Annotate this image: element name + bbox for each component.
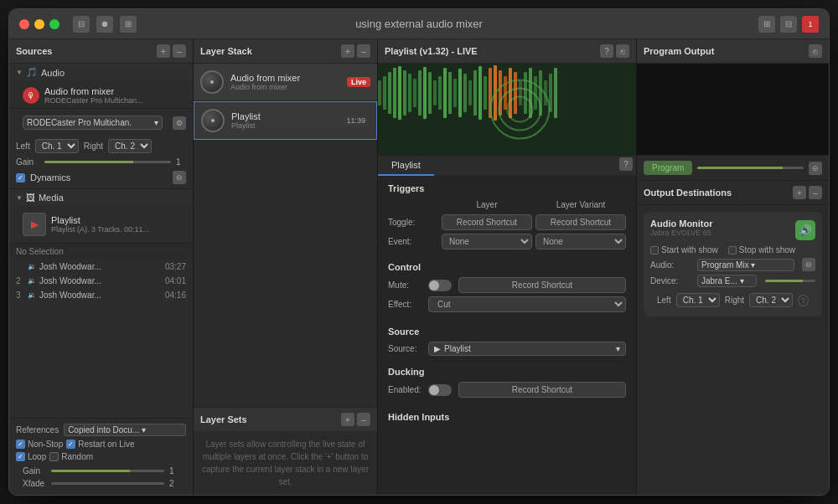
- sources-add-button[interactable]: +: [157, 44, 170, 58]
- toggle-layer-shortcut-button[interactable]: Record Shortcut: [442, 214, 532, 230]
- notification-icon[interactable]: 1: [802, 16, 819, 33]
- gain-bottom-label: Gain: [23, 466, 46, 476]
- ducking-shortcut-button[interactable]: Record Shortcut: [458, 382, 626, 398]
- restart-on-live-opt[interactable]: ✓ Restart on Live: [66, 440, 134, 449]
- playlist-help-button[interactable]: ?: [600, 44, 613, 58]
- track-item[interactable]: 🔉 Josh Woodwar... 03:27: [9, 260, 193, 274]
- random-opt[interactable]: Random: [49, 452, 93, 461]
- layer-sets-add-button[interactable]: +: [341, 413, 354, 426]
- record-icon[interactable]: ⏺: [96, 16, 113, 33]
- chevron-icon: ▾: [154, 118, 158, 127]
- am-right-select[interactable]: Ch. 2: [749, 293, 793, 307]
- restart-checkbox[interactable]: ✓: [66, 440, 75, 449]
- svg-rect-15: [448, 72, 452, 114]
- track-item[interactable]: 2 🔉 Josh Woodwar... 04:01: [9, 274, 193, 288]
- output-add-button[interactable]: +: [793, 186, 806, 199]
- sidebar-toggle-icon[interactable]: ⊟: [73, 16, 90, 33]
- layer-add-button[interactable]: +: [341, 44, 354, 58]
- event-variant-select[interactable]: None: [535, 234, 626, 249]
- ducking-toggle[interactable]: [428, 384, 452, 396]
- source-title: Source: [388, 327, 626, 337]
- layer-knob-audio[interactable]: [200, 70, 224, 94]
- source-select[interactable]: ▶ Playlist ▾: [428, 342, 626, 356]
- control-title: Control: [388, 262, 626, 272]
- layer-sets-remove-button[interactable]: –: [357, 413, 370, 426]
- effect-select[interactable]: Cut: [428, 296, 626, 312]
- program-button[interactable]: Program: [644, 161, 692, 175]
- non-stop-label: Non-Stop: [28, 440, 63, 449]
- track-dur: 04:16: [165, 291, 186, 300]
- gain-slider[interactable]: [44, 161, 171, 163]
- mute-knob: [429, 280, 439, 291]
- stop-checkbox[interactable]: [728, 246, 737, 255]
- grid2-icon[interactable]: ⊟: [780, 16, 797, 33]
- toggle-label: Toggle:: [388, 218, 438, 227]
- am-right-label: Right: [725, 296, 744, 305]
- gain-bottom-slider[interactable]: [51, 470, 164, 472]
- track-dur: 03:27: [165, 262, 186, 271]
- right-channel-select[interactable]: Ch. 2: [108, 139, 152, 153]
- playlist-popout-button[interactable]: ⎋: [616, 44, 629, 58]
- random-checkbox[interactable]: [49, 452, 59, 461]
- settings-icon[interactable]: ⚙: [173, 116, 186, 130]
- playlist-tab-help-button[interactable]: ?: [619, 157, 633, 171]
- left-channel-select[interactable]: Ch. 1: [35, 139, 79, 153]
- non-stop-opt[interactable]: ✓ Non-Stop: [16, 440, 63, 449]
- layer-info-playlist: Playlist Playlist: [231, 111, 335, 130]
- stop-with-show-opt[interactable]: Stop with show: [728, 245, 795, 255]
- waveform-area: [378, 64, 636, 156]
- event-layer-select[interactable]: None: [442, 234, 532, 249]
- layer-collapse-button[interactable]: –: [357, 44, 370, 58]
- audio-section-header[interactable]: ▼ 🎵 Audio: [9, 64, 193, 81]
- xfade-slider[interactable]: [51, 482, 164, 485]
- program-slider[interactable]: [697, 167, 804, 169]
- hidden-inputs-title: Hidden Inputs: [388, 412, 626, 422]
- triggers-section: Triggers Layer Layer Variant Toggle: Rec…: [378, 177, 636, 256]
- output-collapse-button[interactable]: –: [809, 186, 822, 199]
- am-mixer-slider[interactable]: [765, 280, 816, 282]
- maximize-button[interactable]: [49, 19, 59, 29]
- audio-source-item[interactable]: 🎙 Audio from mixer RODECaster Pro Multic…: [9, 81, 193, 109]
- am-device-label: Device:: [650, 276, 692, 285]
- start-with-show-opt[interactable]: Start with show: [650, 245, 718, 255]
- playlist-name: Playlist: [51, 215, 186, 225]
- audio-settings-icon[interactable]: ⊖: [802, 258, 815, 271]
- device-select[interactable]: RODECaster Pro Multichan. ▾: [23, 116, 163, 130]
- dynamics-settings-icon[interactable]: ⊖: [173, 171, 186, 184]
- program-settings-icon[interactable]: ⊖: [809, 162, 822, 175]
- triggers-title: Triggers: [388, 183, 626, 193]
- toggle-variant-shortcut-button[interactable]: Record Shortcut: [535, 214, 626, 230]
- am-audio-select[interactable]: Program Mix ▾: [697, 259, 794, 271]
- gain-row: Gain 1: [9, 156, 193, 168]
- close-button[interactable]: [19, 19, 29, 29]
- non-stop-checkbox[interactable]: ✓: [16, 440, 25, 449]
- layout-icon[interactable]: ⊞: [120, 16, 137, 33]
- svg-rect-29: [519, 80, 522, 105]
- playlist-header-title: Playlist (v1.32) - LIVE: [385, 46, 600, 56]
- layer-knob-playlist[interactable]: [201, 109, 225, 132]
- refs-select[interactable]: Copied into Docu... ▾: [64, 424, 186, 436]
- triggers-grid: Layer Layer Variant Toggle: Record Short…: [388, 198, 626, 249]
- mute-toggle[interactable]: [428, 280, 452, 291]
- help-icon[interactable]: ?: [798, 295, 809, 306]
- start-checkbox[interactable]: [650, 246, 659, 255]
- source-row: Source: ▶ Playlist ▾: [388, 342, 626, 356]
- layer-item-audio[interactable]: Audio from mixer Audio from mixer Live: [194, 64, 377, 101]
- am-left-select[interactable]: Ch. 1: [676, 293, 720, 307]
- mute-shortcut-button[interactable]: Record Shortcut: [458, 277, 626, 293]
- dynamics-checkbox[interactable]: ✓: [16, 173, 25, 183]
- window-title: using external audio mixer: [355, 18, 483, 30]
- grid-icon[interactable]: ⊞: [758, 16, 775, 33]
- track-item[interactable]: 3 🔉 Josh Woodwar... 04:16: [9, 288, 193, 302]
- tab-playlist[interactable]: Playlist: [378, 156, 434, 176]
- am-device-select[interactable]: Jabra E... ▾: [697, 275, 757, 287]
- media-section-header[interactable]: ▼ 🖼 Media: [9, 189, 193, 206]
- program-popout-button[interactable]: ⎋: [809, 44, 822, 58]
- minimize-button[interactable]: [34, 19, 44, 29]
- am-speaker-icon[interactable]: 🔊: [795, 220, 815, 240]
- layer-item-playlist[interactable]: Playlist Playlist 11:39: [194, 101, 377, 140]
- loop-checkbox[interactable]: ✓: [16, 452, 25, 461]
- sources-collapse-button[interactable]: –: [173, 44, 186, 58]
- loop-opt[interactable]: ✓ Loop: [16, 452, 46, 461]
- playlist-item[interactable]: ▶ Playlist Playlist (A). 3 Tracks. 00:11…: [9, 206, 193, 244]
